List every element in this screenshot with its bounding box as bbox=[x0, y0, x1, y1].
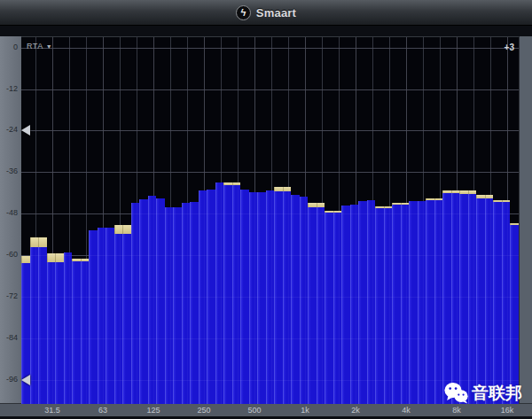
y-tick-label: -24 bbox=[0, 125, 18, 134]
x-tick-label: 250 bbox=[189, 406, 219, 415]
rta-band-bar bbox=[55, 262, 64, 404]
peak-hold-marker bbox=[122, 225, 131, 234]
x-tick-label: 125 bbox=[138, 406, 168, 415]
peak-hold-marker bbox=[502, 200, 511, 202]
y-tick-label: 0 bbox=[0, 43, 18, 51]
rta-band-bar bbox=[384, 208, 393, 404]
peak-hold-marker bbox=[442, 190, 451, 194]
grid-line-vertical bbox=[52, 37, 53, 404]
grid-line-vertical bbox=[356, 37, 356, 404]
y-tick-label: -84 bbox=[0, 333, 18, 342]
rta-mode-label: RTA bbox=[27, 42, 43, 50]
rta-band-bar bbox=[434, 200, 443, 404]
title-bar: ϟ Smaart bbox=[0, 0, 532, 26]
rta-band-bar bbox=[392, 205, 401, 404]
y-tick-label: -48 bbox=[0, 208, 18, 217]
rta-band-bar bbox=[114, 234, 123, 404]
smaart-window: ϟ Smaart 0-12-24-36-48-60-72-84-96 31.56… bbox=[0, 0, 532, 419]
rta-plot-area[interactable]: RTA ▼ +3 bbox=[21, 36, 519, 404]
rta-band-bar bbox=[223, 185, 232, 404]
grid-line-vertical bbox=[322, 37, 323, 404]
peak-hold-marker bbox=[274, 187, 283, 191]
grid-line-vertical bbox=[187, 37, 188, 404]
grid-line-vertical bbox=[103, 37, 104, 404]
grid-line-vertical bbox=[288, 37, 289, 404]
rta-band-bar bbox=[333, 213, 342, 404]
grid-line-vertical bbox=[389, 37, 390, 404]
level-marker-handle[interactable] bbox=[21, 375, 30, 385]
peak-hold-marker bbox=[223, 182, 232, 185]
window-title: Smaart bbox=[256, 6, 296, 19]
grid-line-vertical bbox=[35, 37, 36, 404]
x-tick-label: 63 bbox=[88, 406, 118, 415]
grid-line-horizontal bbox=[21, 255, 519, 256]
peak-hold-marker bbox=[114, 225, 123, 234]
peak-hold-marker bbox=[426, 198, 434, 200]
grid-line-vertical bbox=[254, 37, 255, 404]
rta-band-bar bbox=[190, 202, 199, 404]
right-frame-strip bbox=[519, 36, 532, 403]
rta-band-bar bbox=[131, 203, 140, 404]
grid-line-horizontal bbox=[21, 213, 519, 214]
rta-band-bar bbox=[442, 193, 451, 404]
rta-band-bar bbox=[468, 194, 477, 404]
grid-line-vertical bbox=[170, 37, 171, 404]
y-tick-label: -12 bbox=[0, 84, 18, 93]
rta-mode-selector[interactable]: RTA ▼ bbox=[27, 42, 52, 50]
rta-band-bar bbox=[409, 201, 418, 404]
peak-hold-marker bbox=[333, 211, 342, 213]
rta-band-bar bbox=[173, 207, 182, 404]
rta-band-bar bbox=[249, 192, 258, 404]
rta-band-bar bbox=[98, 228, 106, 404]
grid-line-horizontal bbox=[21, 172, 519, 173]
peak-hold-marker bbox=[434, 198, 443, 200]
rta-band-bar bbox=[325, 213, 333, 404]
peak-hold-marker bbox=[308, 203, 317, 207]
peak-hold-marker bbox=[72, 259, 81, 261]
peak-hold-marker bbox=[459, 190, 468, 194]
rta-band-bar bbox=[451, 193, 460, 404]
level-marker-handle[interactable] bbox=[21, 125, 30, 136]
peak-hold-marker bbox=[451, 190, 460, 194]
grid-line-vertical bbox=[372, 37, 373, 404]
rta-band-bar bbox=[139, 199, 148, 404]
grid-line-vertical bbox=[271, 37, 272, 404]
grid-line-vertical bbox=[490, 37, 491, 404]
grid-line-vertical bbox=[86, 37, 87, 404]
x-tick-label: 2k bbox=[340, 406, 371, 415]
rta-band-bar bbox=[148, 196, 157, 404]
rta-band-bar bbox=[459, 194, 468, 404]
rta-band-bar bbox=[341, 206, 350, 404]
y-tick-label: -36 bbox=[0, 167, 18, 175]
y-tick-label: -60 bbox=[0, 250, 18, 259]
rta-band-bar bbox=[300, 197, 309, 404]
rta-band-bar bbox=[81, 261, 90, 404]
peak-hold-marker bbox=[325, 211, 333, 213]
grid-line-vertical bbox=[221, 37, 222, 404]
rta-band-bar bbox=[426, 200, 434, 404]
rta-band-bar bbox=[64, 252, 73, 404]
watermark-text: 音联邦 bbox=[472, 382, 522, 404]
x-tick-label: 16k bbox=[492, 406, 522, 415]
peak-hold-marker bbox=[476, 195, 485, 198]
rta-band-bar bbox=[308, 207, 317, 404]
grid-line-vertical bbox=[305, 37, 306, 404]
peak-hold-marker bbox=[468, 190, 477, 194]
peak-hold-marker bbox=[81, 259, 90, 261]
grid-line-vertical bbox=[457, 37, 458, 404]
chevron-down-icon: ▼ bbox=[46, 43, 52, 50]
grid-line-horizontal bbox=[21, 89, 519, 90]
rta-band-bar bbox=[89, 230, 98, 404]
rta-band-bar bbox=[72, 261, 81, 404]
grid-line-vertical bbox=[238, 37, 239, 404]
peak-hold-marker bbox=[485, 195, 494, 198]
peak-hold-marker bbox=[401, 203, 410, 205]
rta-band-bar bbox=[106, 228, 114, 404]
grid-line-vertical bbox=[473, 37, 474, 404]
y-tick-label: -72 bbox=[0, 291, 18, 300]
grid-line-vertical bbox=[120, 37, 121, 404]
smaart-lightning-icon: ϟ bbox=[236, 5, 251, 20]
grid-line-vertical bbox=[406, 37, 407, 404]
grid-line-vertical bbox=[137, 37, 137, 404]
peak-hold-marker bbox=[392, 203, 401, 205]
